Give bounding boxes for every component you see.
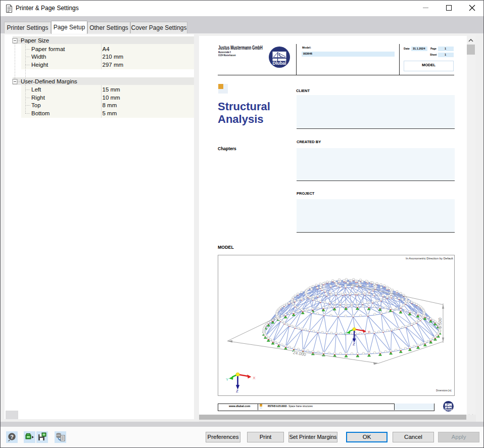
svg-text:X: X xyxy=(253,376,256,380)
svg-text:Dlubal: Dlubal xyxy=(273,61,286,66)
svg-text:5.500: 5.500 xyxy=(438,318,443,329)
svg-text:Z: Z xyxy=(236,389,238,393)
svg-text:?: ? xyxy=(10,434,14,440)
svg-text:X: X xyxy=(368,330,371,334)
svg-text:Z: Z xyxy=(353,342,355,346)
svg-text:Y: Y xyxy=(226,377,229,382)
svg-text:Y: Y xyxy=(344,332,347,336)
svg-text:Dlubal: Dlubal xyxy=(445,408,453,411)
